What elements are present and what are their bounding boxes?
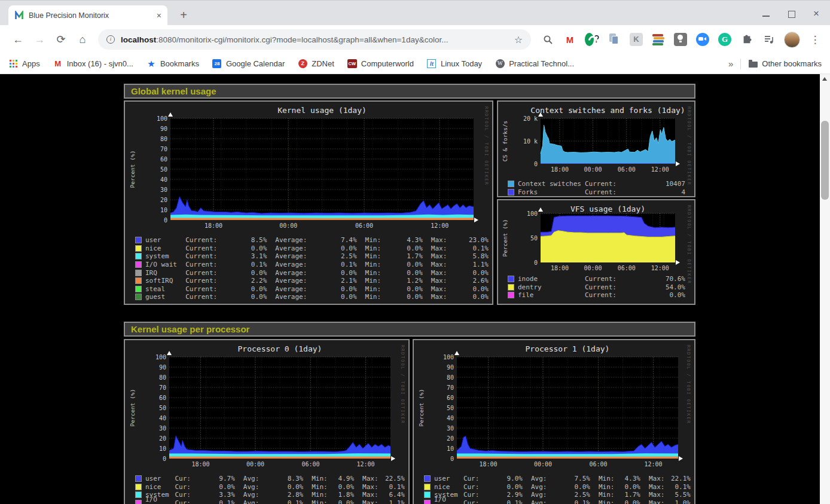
copy-pages-extension-icon[interactable] bbox=[607, 32, 621, 47]
zoom-extension-icon[interactable] bbox=[695, 32, 710, 47]
svg-text:00:00: 00:00 bbox=[534, 461, 552, 468]
svg-text:Percent (%): Percent (%) bbox=[129, 389, 136, 427]
browser-menu-icon[interactable]: ⋮ bbox=[808, 32, 822, 47]
phone-extension-icon[interactable]: ? bbox=[585, 32, 599, 47]
svg-text:50: 50 bbox=[159, 405, 166, 411]
context-switches-graph[interactable]: 010 k20 k18:0000:0006:0012:00Context swi… bbox=[500, 103, 692, 195]
search-extension-icon[interactable] bbox=[541, 32, 555, 47]
browser-toolbar: ← → ⟳ ⌂ i localhost:8080/monitorix-cgi/m… bbox=[0, 25, 830, 54]
reload-button[interactable]: ⟳ bbox=[53, 31, 69, 48]
back-button[interactable]: ← bbox=[10, 31, 26, 48]
legend-swatch bbox=[425, 492, 430, 497]
svg-text:90: 90 bbox=[160, 126, 167, 132]
vfs-usage-graph[interactable]: 05010018:0000:0006:0012:00VFS usage (1da… bbox=[500, 201, 692, 303]
window-minimize-button[interactable] bbox=[761, 8, 771, 19]
new-tab-button[interactable]: + bbox=[176, 8, 191, 23]
svg-text:60: 60 bbox=[447, 395, 454, 401]
site-info-icon[interactable]: i bbox=[106, 35, 115, 44]
extensions-puzzle-icon[interactable] bbox=[740, 32, 754, 47]
legend-row: inodeCurrent:70.6% bbox=[508, 275, 691, 283]
address-bar[interactable]: i localhost:8080/monitorix-cgi/monitorix… bbox=[98, 29, 531, 50]
bookmark-star-icon[interactable]: ☆ bbox=[514, 34, 523, 45]
bookmark-google-calendar[interactable]: 28Google Calendar bbox=[212, 59, 285, 69]
svg-text:0: 0 bbox=[163, 456, 166, 462]
svg-text:00:00: 00:00 bbox=[584, 265, 602, 271]
bookmarks-bar: Apps MInbox (16) - sjvn0... ★Bookmarks 2… bbox=[0, 54, 830, 74]
legend-swatch bbox=[136, 286, 141, 292]
svg-text:0: 0 bbox=[534, 161, 538, 167]
svg-text:18:00: 18:00 bbox=[205, 222, 222, 229]
profile-avatar[interactable] bbox=[784, 32, 800, 48]
legend-swatch bbox=[136, 237, 141, 243]
svg-text:70: 70 bbox=[159, 384, 166, 391]
gmail-extension-icon[interactable]: M bbox=[563, 32, 577, 47]
svg-text:18:00: 18:00 bbox=[551, 265, 569, 271]
reading-list-extension-icon[interactable] bbox=[762, 32, 776, 47]
bookmark-practical-tech[interactable]: WPractical Technol... bbox=[495, 59, 574, 69]
legend-row: niceCur:0.0%Avg:0.0%Min:0.0%Max:0.1% bbox=[136, 483, 405, 491]
legend-swatch bbox=[425, 476, 430, 481]
processor1-graph[interactable]: 010203040506070809010018:0000:0006:0012:… bbox=[416, 341, 692, 504]
forward-button[interactable]: → bbox=[31, 31, 48, 48]
bookmark-bookmarks[interactable]: ★Bookmarks bbox=[147, 59, 199, 69]
other-bookmarks-button[interactable]: Other bookmarks bbox=[748, 59, 822, 69]
grammarly-extension-icon[interactable]: G bbox=[718, 32, 732, 47]
processor0-graph[interactable]: 010203040506070809010018:0000:0006:0012:… bbox=[127, 341, 406, 504]
svg-text:90: 90 bbox=[447, 364, 454, 371]
tab-close-icon[interactable]: × bbox=[157, 11, 161, 20]
svg-text:40: 40 bbox=[160, 176, 167, 183]
svg-text:Processor 0 (1day): Processor 0 (1day) bbox=[238, 344, 322, 353]
rrdtool-watermark: RRDTOOL / TOBI OETIKER bbox=[686, 345, 691, 424]
bookmark-apps[interactable]: Apps bbox=[8, 59, 40, 69]
legend-swatch bbox=[136, 476, 141, 481]
kernel-legend: userCurrent:8.5%Average:7.4%Min:4.3%Max:… bbox=[129, 236, 489, 301]
bookmark-computerworld[interactable]: CWComputerworld bbox=[347, 59, 414, 69]
browser-window: Blue Precision Monitorix × + × ← → ⟳ ⌂ i… bbox=[0, 0, 830, 504]
books-extension-icon[interactable] bbox=[651, 32, 666, 47]
svg-text:00:00: 00:00 bbox=[584, 166, 602, 173]
folder-icon bbox=[749, 62, 758, 68]
browser-tab[interactable]: Blue Precision Monitorix × bbox=[8, 5, 167, 26]
legend-row: I/O waitCur:0.1%Avg:0.1%Min:0.0%Max:1.0% bbox=[425, 499, 691, 504]
svg-text:30: 30 bbox=[160, 187, 167, 193]
bookmark-inbox[interactable]: MInbox (16) - sjvn0... bbox=[53, 59, 133, 69]
rrdtool-watermark: RRDTOOL / TOBI OETIKER bbox=[686, 106, 692, 185]
svg-text:10 k: 10 k bbox=[523, 138, 538, 145]
svg-text:18:00: 18:00 bbox=[551, 166, 569, 173]
scrollbar-up-arrow[interactable] bbox=[822, 77, 827, 81]
computerworld-icon: CW bbox=[347, 59, 357, 68]
kernel-usage-graph[interactable]: 010203040506070809010018:0000:0006:0012:… bbox=[127, 103, 490, 303]
tab-strip: Blue Precision Monitorix × + × bbox=[0, 0, 830, 25]
url-path: :8080/monitorix-cgi/monitorix.cgi?mode=l… bbox=[156, 35, 448, 44]
svg-text:40: 40 bbox=[159, 415, 166, 421]
legend-swatch bbox=[136, 500, 141, 504]
legend-swatch bbox=[136, 492, 141, 497]
legend-row: niceCur:0.0%Avg:0.0%Min:0.0%Max:0.1% bbox=[425, 483, 691, 491]
lamp-extension-icon[interactable] bbox=[673, 32, 688, 47]
svg-text:20: 20 bbox=[447, 435, 454, 442]
window-maximize-button[interactable] bbox=[786, 8, 797, 19]
svg-text:100: 100 bbox=[527, 210, 538, 217]
legend-swatch bbox=[136, 246, 141, 251]
svg-text:20: 20 bbox=[159, 435, 166, 442]
legend-swatch bbox=[136, 294, 141, 300]
scrollbar-thumb[interactable] bbox=[821, 121, 829, 200]
bookmarks-overflow-chevron[interactable]: » bbox=[728, 59, 733, 69]
kernel-usage-graph-box: 010203040506070809010018:0000:0006:0012:… bbox=[124, 100, 493, 305]
legend-row: ForksCurrent:4 bbox=[508, 188, 691, 197]
vfs-legend: inodeCurrent:70.6%dentryCurrent:54.0%fil… bbox=[501, 275, 691, 300]
keeper-extension-icon[interactable]: K bbox=[629, 32, 643, 47]
legend-swatch bbox=[508, 190, 514, 195]
legend-row: systemCur:2.9%Avg:2.5%Min:1.7%Max:5.5% bbox=[425, 491, 691, 499]
window-close-button[interactable]: × bbox=[811, 8, 822, 19]
context-switches-graph-box: 010 k20 k18:0000:0006:0012:00Context swi… bbox=[497, 100, 695, 197]
home-button[interactable]: ⌂ bbox=[74, 31, 91, 48]
bookmark-linux-today[interactable]: ltLinux Today bbox=[427, 59, 482, 69]
bookmark-zdnet[interactable]: ZZDNet bbox=[298, 59, 334, 69]
url-host: localhost bbox=[121, 35, 156, 44]
svg-text:20 k: 20 k bbox=[523, 115, 538, 122]
url-text[interactable]: localhost:8080/monitorix-cgi/monitorix.c… bbox=[121, 35, 448, 44]
page-scrollbar[interactable] bbox=[820, 74, 830, 504]
svg-text:Percent (%): Percent (%) bbox=[502, 219, 508, 257]
section-title-global-kernel: Global kernel usage bbox=[124, 84, 695, 99]
